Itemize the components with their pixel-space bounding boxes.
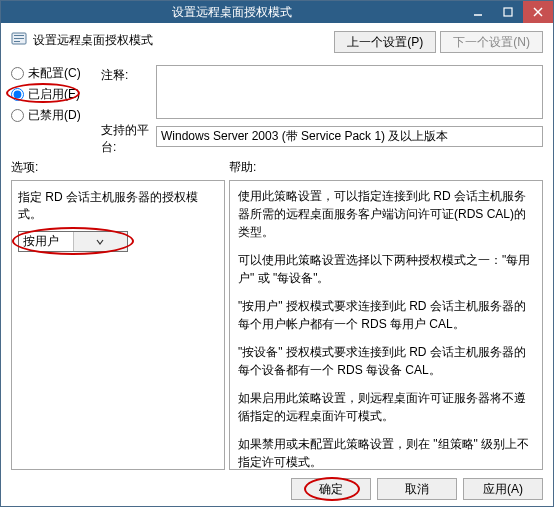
options-description: 指定 RD 会话主机服务器的授权模式。 <box>18 189 218 223</box>
apply-button[interactable]: 应用(A) <box>463 478 543 500</box>
mid-labels: 选项: 帮助: <box>11 159 543 176</box>
radio-not-configured[interactable]: 未配置(C) <box>11 65 101 82</box>
titlebar: 设置远程桌面授权模式 <box>1 1 553 23</box>
cancel-button[interactable]: 取消 <box>377 478 457 500</box>
policy-icon <box>11 31 27 50</box>
licensing-mode-select[interactable]: 按用户 <box>18 231 128 252</box>
header-title: 设置远程桌面授权模式 <box>33 32 153 49</box>
help-text: 使用此策略设置，可以指定连接到此 RD 会话主机服务器所需的远程桌面服务客户端访… <box>238 187 534 241</box>
next-setting-button: 下一个设置(N) <box>440 31 543 53</box>
chevron-down-icon <box>73 232 128 251</box>
svg-rect-5 <box>14 35 24 36</box>
minimize-button[interactable] <box>463 1 493 23</box>
lower-row: 指定 RD 会话主机服务器的授权模式。 按用户 使用此策略设置，可以指定连接到此… <box>11 180 543 470</box>
licensing-mode-select-wrap: 按用户 <box>18 231 128 252</box>
platform-field: Windows Server 2003 (带 Service Pack 1) 及… <box>156 126 543 147</box>
comment-textarea[interactable] <box>156 65 543 119</box>
svg-rect-7 <box>14 41 20 42</box>
licensing-mode-value: 按用户 <box>19 233 73 250</box>
radio-not-configured-input[interactable] <box>11 67 24 80</box>
ok-button-label: 确定 <box>319 482 343 496</box>
radio-enabled-input[interactable] <box>11 88 24 101</box>
radio-disabled-label: 已禁用(D) <box>28 107 81 124</box>
svg-rect-1 <box>504 8 512 16</box>
help-text: 如果禁用或未配置此策略设置，则在 "组策略" 级别上不指定许可模式。 <box>238 435 534 470</box>
dialog-window: 设置远程桌面授权模式 设置远程桌面授权模式 上一个设置(P) 下一个设 <box>0 0 554 507</box>
help-panel[interactable]: 使用此策略设置，可以指定连接到此 RD 会话主机服务器所需的远程桌面服务客户端访… <box>229 180 543 470</box>
radio-disabled-input[interactable] <box>11 109 24 122</box>
radio-not-configured-label: 未配置(C) <box>28 65 81 82</box>
close-button[interactable] <box>523 1 553 23</box>
radio-column: 未配置(C) 已启用(E) 已禁用(D) <box>11 63 101 149</box>
comment-label: 注释: <box>101 65 156 86</box>
radio-disabled[interactable]: 已禁用(D) <box>11 107 101 124</box>
help-text: "按用户" 授权模式要求连接到此 RD 会话主机服务器的每个用户帐户都有一个 R… <box>238 297 534 333</box>
platform-label: 支持的平台: <box>101 128 156 149</box>
header-row: 设置远程桌面授权模式 上一个设置(P) 下一个设置(N) <box>11 31 543 53</box>
radio-enabled[interactable]: 已启用(E) <box>11 86 101 103</box>
options-heading: 选项: <box>11 159 229 176</box>
svg-rect-6 <box>14 38 24 39</box>
window-title: 设置远程桌面授权模式 <box>1 4 463 21</box>
radio-enabled-label: 已启用(E) <box>28 86 80 103</box>
options-panel: 指定 RD 会话主机服务器的授权模式。 按用户 <box>11 180 225 470</box>
help-button[interactable] <box>493 1 523 23</box>
help-text: 可以使用此策略设置选择以下两种授权模式之一："每用户" 或 "每设备"。 <box>238 251 534 287</box>
footer: 确定 取消 应用(A) <box>11 470 543 500</box>
config-area: 未配置(C) 已启用(E) 已禁用(D) 注释: 支持的平台: <box>11 63 543 149</box>
help-text: 如果启用此策略设置，则远程桌面许可证服务器将不遵循指定的远程桌面许可模式。 <box>238 389 534 425</box>
help-heading: 帮助: <box>229 159 543 176</box>
window-buttons <box>463 1 553 23</box>
help-text: "按设备" 授权模式要求连接到此 RD 会话主机服务器的每个设备都有一个 RDS… <box>238 343 534 379</box>
previous-setting-button[interactable]: 上一个设置(P) <box>334 31 436 53</box>
labels-column: 注释: 支持的平台: <box>101 63 156 149</box>
ok-button[interactable]: 确定 <box>291 478 371 500</box>
platform-value: Windows Server 2003 (带 Service Pack 1) 及… <box>161 128 448 145</box>
fields-column: Windows Server 2003 (带 Service Pack 1) 及… <box>156 63 543 149</box>
content-area: 设置远程桌面授权模式 上一个设置(P) 下一个设置(N) 未配置(C) 已启用(… <box>1 23 553 506</box>
